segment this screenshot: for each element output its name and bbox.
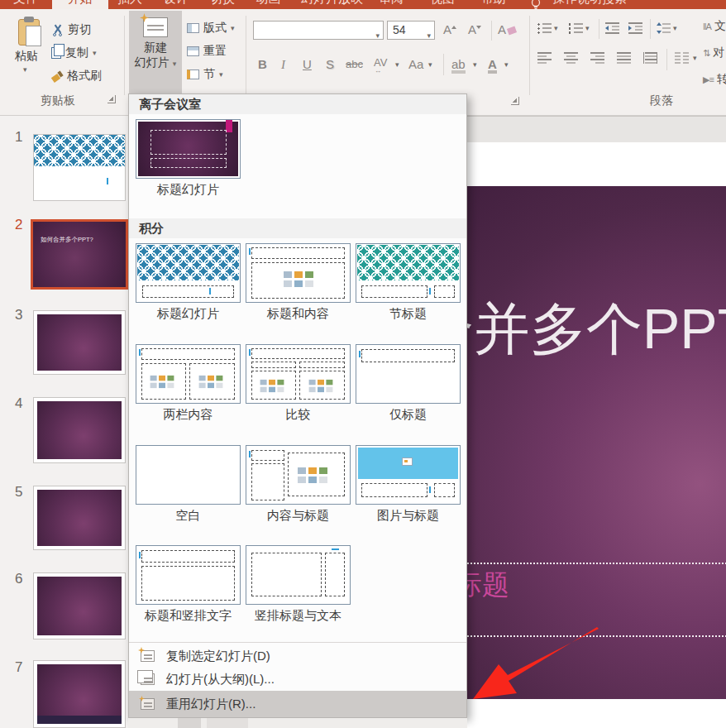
layout-option-content-with-caption[interactable]: 内容与标题 — [246, 445, 351, 524]
font-size-dropdown-arrow[interactable]: ▾ — [427, 27, 431, 45]
reset-icon — [187, 46, 199, 56]
menu-item-duplicate-selected-slides[interactable]: 复制选定幻灯片(D) — [129, 644, 466, 668]
character-spacing-button[interactable]: AV↔ — [374, 54, 387, 72]
smartart-button[interactable]: ▶≡转 — [703, 72, 726, 87]
tell-me-search[interactable]: 操作说明搜索 — [547, 0, 632, 9]
tab-home[interactable]: 开始 — [52, 0, 108, 9]
slide-thumbnail-6[interactable] — [33, 572, 126, 639]
font-size-combobox[interactable]: 54 ▾ — [387, 21, 435, 40]
line-spacing-arrow[interactable]: ▾ — [673, 24, 677, 32]
slide-thumbnail-5[interactable] — [33, 486, 126, 550]
align-right-icon[interactable] — [590, 52, 604, 64]
clipboard-dialog-launcher-icon[interactable] — [107, 95, 116, 103]
tab-slideshow[interactable]: 幻灯片放映 — [296, 0, 368, 9]
cut-button[interactable]: 剪切 — [51, 21, 91, 39]
layout-option-title-and-content[interactable]: 标题和内容 — [246, 243, 351, 322]
character-spacing-arrow[interactable]: ▾ — [395, 60, 399, 69]
layout-option-blank[interactable]: 空白 — [136, 445, 241, 524]
tab-insert-label: 插入 — [117, 0, 142, 5]
bold-button[interactable]: B — [258, 55, 267, 74]
menu-item-slides-from-outline[interactable]: 幻灯片(从大纲)(L)... — [129, 668, 466, 691]
font-dialog-launcher-icon[interactable] — [511, 97, 519, 105]
clear-formatting-button[interactable]: A — [498, 21, 516, 39]
slide-subtitle-placeholder-text[interactable]: 标题 — [467, 567, 509, 604]
layout-option-comparison[interactable]: 比较 — [246, 344, 351, 423]
highlight-color-button[interactable]: ab — [451, 55, 466, 74]
font-name-combobox[interactable]: ▾ — [253, 21, 384, 40]
slide-canvas[interactable]: 如何合并多个PPT? 标题 — [467, 186, 726, 699]
layout-option-title-only[interactable]: 仅标题 — [356, 344, 461, 423]
change-case-arrow[interactable]: ▾ — [428, 60, 432, 69]
layout-option-picture-with-caption[interactable]: 图片与标题 — [356, 445, 461, 524]
align-center-icon[interactable] — [564, 52, 578, 64]
paste-button[interactable]: 粘贴 ▾ — [3, 11, 50, 93]
font-color-button[interactable]: A — [488, 55, 497, 74]
underline-button[interactable]: U — [303, 55, 312, 74]
layout-option-two-content[interactable]: 两栏内容 — [136, 344, 241, 423]
layout-option-title-and-vertical-text[interactable]: 标题和竖排文字 — [136, 545, 241, 624]
layout-option-vertical-title-and-text[interactable]: 竖排标题与文本 — [246, 545, 351, 624]
align-text-button[interactable]: ⇅对 — [703, 46, 724, 60]
slide-title-text[interactable]: 如何合并多个PPT? — [467, 292, 726, 367]
justify-icon[interactable] — [617, 52, 631, 64]
strikethrough-button[interactable]: abc — [346, 55, 363, 74]
tab-view[interactable]: 视图 — [425, 0, 460, 9]
tab-design-label: 设计 — [164, 0, 189, 5]
shrink-font-button[interactable]: A — [468, 21, 481, 39]
new-slide-dropdown-arrow[interactable]: ▾ — [173, 60, 177, 68]
tab-review[interactable]: 审阅 — [374, 0, 408, 9]
numbering-arrow[interactable]: ▾ — [585, 24, 590, 32]
reset-button[interactable]: 重置 — [187, 42, 227, 60]
placeholder-outline — [251, 362, 296, 368]
decrease-indent-icon[interactable] — [605, 22, 619, 34]
layout-label: 标题和竖排文字 — [136, 608, 241, 624]
slide-thumbnail-3[interactable] — [33, 310, 126, 375]
bullets-icon[interactable] — [537, 22, 552, 34]
tab-design[interactable]: 设计 — [159, 0, 193, 9]
slide-thumbnail-2-selected[interactable]: 如何合并多个PPT? — [31, 219, 128, 290]
paste-dropdown-arrow[interactable]: ▾ — [23, 65, 27, 74]
distribute-text-icon[interactable] — [643, 52, 657, 64]
columns-arrow[interactable]: ▾ — [693, 54, 697, 62]
numbering-icon[interactable] — [569, 22, 583, 34]
text-direction-button[interactable]: ‖A文 — [703, 19, 726, 34]
cut-label: 剪切 — [68, 22, 91, 37]
bullets-arrow[interactable]: ▾ — [554, 24, 558, 32]
layout-thumbnail — [356, 243, 461, 303]
layout-label: 节标题 — [356, 306, 461, 322]
font-color-arrow[interactable]: ▾ — [504, 60, 509, 69]
highlight-color-arrow[interactable]: ▾ — [473, 60, 477, 69]
thumbnail-slide-bg — [37, 577, 122, 635]
new-slide-button[interactable]: 新建 幻灯片 ▾ — [129, 11, 182, 95]
font-name-dropdown-arrow[interactable]: ▾ — [375, 27, 380, 45]
change-case-button[interactable]: Aa — [408, 55, 423, 74]
tab-file[interactable]: 文件 — [8, 0, 43, 9]
italic-button[interactable]: I — [281, 55, 285, 74]
copy-button[interactable]: 复制 ▾ — [51, 44, 97, 62]
columns-icon[interactable] — [675, 52, 689, 64]
layout-thumbnail — [136, 545, 241, 605]
format-painter-button[interactable]: 格式刷 — [51, 67, 102, 85]
grow-font-button[interactable]: A — [443, 21, 456, 39]
slide-thumbnail-4[interactable] — [33, 397, 126, 463]
slide-thumbnail-1[interactable] — [33, 134, 126, 201]
copy-dropdown-arrow[interactable]: ▾ — [93, 49, 97, 57]
slide-thumbnail-7[interactable] — [33, 660, 126, 728]
tab-animations[interactable]: 动画 — [251, 0, 285, 9]
tab-transitions[interactable]: 切换 — [205, 0, 240, 9]
tab-help[interactable]: 帮助 — [476, 0, 511, 9]
increase-indent-icon[interactable] — [628, 22, 642, 34]
tab-view-label: 视图 — [430, 0, 455, 5]
layout-option-ion-title-slide[interactable]: 标题幻灯片 — [136, 119, 241, 198]
layout-label: 两栏内容 — [136, 407, 241, 423]
layout-button[interactable]: 版式 ▾ — [187, 19, 235, 37]
layout-option-title-slide[interactable]: 标题幻灯片 — [136, 243, 241, 322]
menu-item-reuse-slides[interactable]: 重用幻灯片(R)... — [129, 691, 466, 717]
line-spacing-icon[interactable] — [657, 22, 671, 34]
section-button[interactable]: 节 ▾ — [187, 65, 223, 84]
text-shadow-button[interactable]: S — [326, 55, 334, 74]
layout-option-section-header[interactable]: 节标题 — [356, 243, 461, 322]
align-left-icon[interactable] — [537, 52, 552, 64]
duplicate-slide-icon — [141, 650, 155, 662]
tab-insert[interactable]: 插入 — [112, 0, 147, 9]
